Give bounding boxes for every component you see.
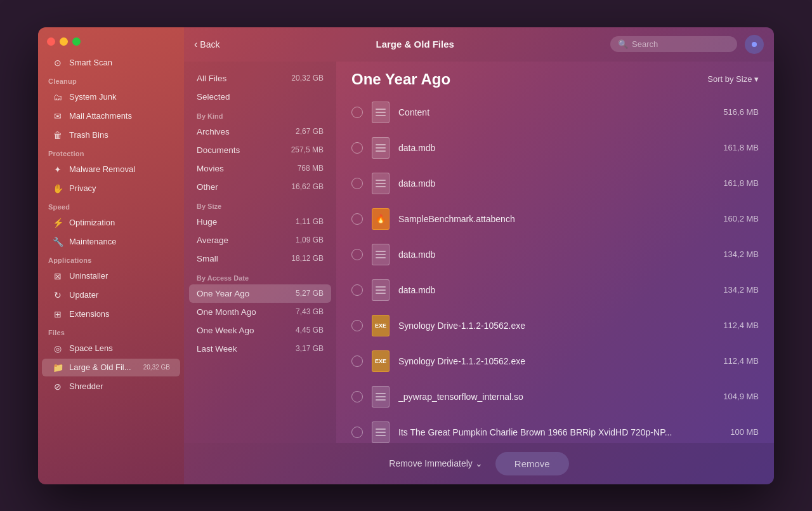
sidebar-item-maintenance[interactable]: 🔧 Maintenance [42, 233, 180, 251]
filter-movies[interactable]: Movies 768 MB [184, 159, 336, 178]
topbar: ‹ Back Large & Old Files 🔍 [184, 27, 774, 62]
file-checkbox[interactable] [351, 320, 363, 331]
filter-documents[interactable]: Documents 257,5 MB [184, 141, 336, 159]
back-button[interactable]: ‹ Back [194, 39, 219, 50]
dot-button[interactable] [745, 35, 764, 54]
file-checkbox[interactable] [351, 391, 363, 402]
filter-huge[interactable]: Huge 1,11 GB [184, 213, 336, 231]
table-row[interactable]: data.mdb 161,8 MB [346, 166, 764, 201]
table-row[interactable]: data.mdb 134,2 MB [346, 237, 764, 272]
filter-section-by-date: By Access Date [184, 268, 336, 284]
table-row[interactable]: 🔥 SampleBenchmark.attabench 160,2 MB [346, 201, 764, 237]
sidebar-item-badge: 20,32 GB [143, 364, 170, 371]
remove-immediately-button[interactable]: Remove Immediately ⌄ [389, 458, 483, 468]
sidebar-item-updater[interactable]: ↻ Updater [42, 286, 180, 304]
file-name: Content [398, 107, 716, 117]
filter-size: 768 MB [298, 164, 324, 173]
filter-label: Documents [197, 145, 240, 155]
sidebar-item-privacy[interactable]: ✋ Privacy [42, 180, 180, 197]
sidebar-item-optimization[interactable]: ⚡ Optimization [42, 214, 180, 232]
file-checkbox[interactable] [351, 355, 363, 367]
minimize-button[interactable] [60, 37, 68, 46]
sidebar-item-mail-attachments[interactable]: ✉ Mail Attachments [42, 107, 180, 125]
file-name: Its The Great Pumpkin Charlie Brown 1966… [398, 427, 723, 437]
table-row[interactable]: Its The Great Pumpkin Charlie Brown 1966… [346, 415, 764, 443]
bottom-bar: Remove Immediately ⌄ Remove [184, 443, 774, 484]
filter-other[interactable]: Other 16,62 GB [184, 178, 336, 196]
file-name: data.mdb [398, 285, 716, 295]
file-size: 112,4 MB [723, 321, 759, 330]
table-row[interactable]: data.mdb 134,2 MB [346, 272, 764, 308]
filter-label: One Week Ago [197, 326, 254, 335]
table-row[interactable]: EXE Synology Drive-1.1.2-10562.exe 112,4… [346, 343, 764, 379]
shredder-icon: ⊘ [52, 382, 63, 392]
filter-size: 7,43 GB [296, 307, 324, 316]
table-row[interactable]: EXE Synology Drive-1.1.2-10562.exe 112,4… [346, 308, 764, 343]
file-name: Synology Drive-1.1.2-10562.exe [398, 356, 716, 366]
search-icon: 🔍 [618, 39, 628, 49]
sidebar-item-label: Mail Attachments [69, 111, 170, 121]
sidebar-section-protection: Protection [38, 145, 184, 160]
remove-button[interactable]: Remove [495, 452, 569, 475]
filter-one-year-ago[interactable]: One Year Ago 5,27 GB [189, 284, 331, 303]
sidebar-item-shredder[interactable]: ⊘ Shredder [42, 378, 180, 395]
file-checkbox[interactable] [351, 178, 363, 189]
table-row[interactable]: _pywrap_tensorflow_internal.so 104,9 MB [346, 379, 764, 415]
sidebar-item-extensions[interactable]: ⊞ Extensions [42, 305, 180, 323]
file-checkbox[interactable] [351, 249, 363, 260]
filter-size: 2,67 GB [296, 127, 324, 136]
sidebar-item-uninstaller[interactable]: ⊠ Uninstaller [42, 267, 180, 285]
optimization-icon: ⚡ [52, 218, 63, 228]
file-size: 100 MB [730, 427, 759, 437]
sidebar-item-large-old-files[interactable]: 📁 Large & Old Fil... 20,32 GB [42, 359, 180, 376]
file-checkbox[interactable] [351, 142, 363, 154]
file-name: _pywrap_tensorflow_internal.so [398, 392, 716, 402]
filter-selected[interactable]: Selected [184, 88, 336, 106]
filter-one-month-ago[interactable]: One Month Ago 7,43 GB [184, 303, 336, 321]
sort-button[interactable]: Sort by Size ▾ [707, 74, 759, 84]
sidebar-item-label: Privacy [69, 183, 170, 193]
sidebar-item-trash-bins[interactable]: 🗑 Trash Bins [42, 126, 180, 144]
sidebar-section-applications: Applications [38, 251, 184, 267]
sidebar-item-label: Updater [69, 290, 170, 300]
filter-size: 20,32 GB [291, 74, 324, 83]
filter-section-by-kind: By Kind [184, 106, 336, 123]
file-checkbox[interactable] [351, 284, 363, 296]
filter-label: Last Week [197, 344, 237, 354]
filter-archives[interactable]: Archives 2,67 GB [184, 123, 336, 141]
sidebar-item-label: Smart Scan [69, 58, 170, 67]
table-row[interactable]: data.mdb 161,8 MB [346, 130, 764, 166]
trash-icon: 🗑 [52, 130, 63, 140]
file-size: 516,6 MB [723, 107, 759, 117]
file-checkbox[interactable] [351, 213, 363, 225]
filter-small[interactable]: Small 18,12 GB [184, 249, 336, 268]
search-input[interactable] [632, 39, 721, 49]
filter-average[interactable]: Average 1,09 GB [184, 231, 336, 249]
file-size: 160,2 MB [723, 214, 759, 223]
sidebar-item-space-lens[interactable]: ◎ Space Lens [42, 340, 180, 357]
space-lens-icon: ◎ [52, 343, 63, 354]
file-size: 134,2 MB [723, 285, 759, 295]
sidebar-item-smart-scan[interactable]: ⊙ Smart Scan [42, 54, 180, 72]
maximize-button[interactable] [72, 37, 81, 46]
table-row[interactable]: Content 516,6 MB [346, 95, 764, 130]
file-checkbox[interactable] [351, 107, 363, 118]
sidebar-item-label: Uninstaller [69, 271, 170, 281]
back-label: Back [200, 39, 219, 50]
remove-immediately-label: Remove Immediately [389, 458, 473, 468]
sidebar-item-malware-removal[interactable]: ✦ Malware Removal [42, 161, 180, 178]
file-checkbox[interactable] [351, 427, 363, 438]
filter-label: Archives [197, 127, 230, 136]
close-button[interactable] [47, 37, 55, 46]
file-type-icon [370, 278, 391, 302]
filter-size: 3,17 GB [296, 344, 324, 353]
file-type-icon: 🔥 [370, 207, 391, 231]
dot-indicator [752, 42, 757, 47]
sidebar-item-system-junk[interactable]: 🗂 System Junk [42, 88, 180, 106]
filter-label: One Month Ago [197, 307, 256, 317]
sidebar-item-label: Extensions [69, 309, 170, 319]
filter-last-week[interactable]: Last Week 3,17 GB [184, 340, 336, 358]
filter-all-files[interactable]: All Files 20,32 GB [184, 69, 336, 88]
filter-one-week-ago[interactable]: One Week Ago 4,45 GB [184, 321, 336, 340]
main-area: ‹ Back Large & Old Files 🔍 All Files 20,… [184, 27, 774, 484]
